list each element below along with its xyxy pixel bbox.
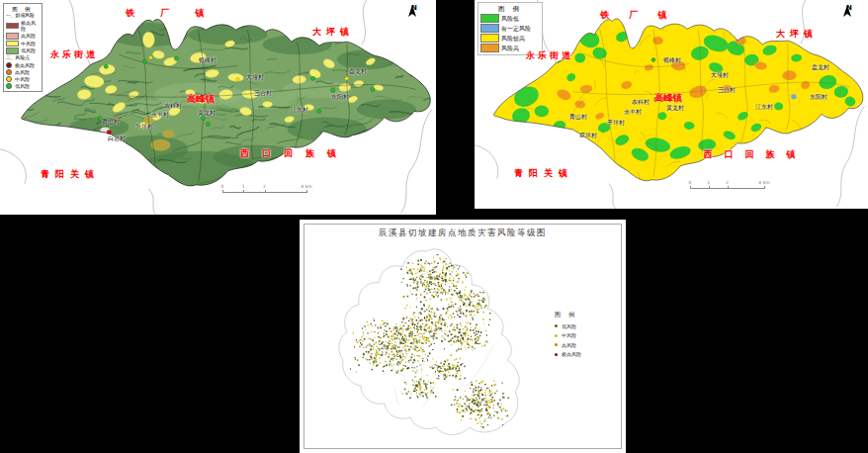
village-label: 升坪村 [135, 123, 153, 132]
village-label: 盘龙村 [349, 67, 367, 76]
town-label: 西口回族镇 [240, 147, 349, 160]
village-label: 东阳村 [331, 93, 349, 102]
legend-item-label: 低风险 [562, 323, 576, 329]
legend-item: 高风险 [555, 342, 581, 348]
scale-tick-label: 4 km [758, 180, 769, 185]
legend-item-label: 低风险 [15, 83, 30, 89]
legend-item-label: 极高风险 [562, 351, 581, 357]
scale-tick [222, 190, 223, 193]
legend-title: 图 例 [480, 5, 540, 13]
village-label: 大垭村 [246, 73, 264, 82]
legend-item: 极高风险 [555, 351, 581, 357]
legend-item-label: 极高风险 [15, 62, 35, 68]
legend-item-label: 风险低 [501, 15, 519, 23]
village-label: 三合村 [254, 89, 272, 98]
center-town-label: 高峰镇 [187, 93, 216, 106]
town-label: 永乐街道 [526, 49, 573, 62]
risk-dot-icon [555, 353, 558, 356]
legend-item-label: 风险较高 [501, 35, 525, 43]
town-label: 大坪镇 [776, 28, 818, 41]
village-label: 青山村 [102, 118, 120, 127]
legend-item-label: 高风险 [562, 342, 576, 348]
legend-item-label: 高风险 [15, 69, 30, 75]
village-label: 双坪村 [579, 132, 597, 140]
legend-item: 中风险 [6, 76, 40, 82]
village-label: 江东村 [755, 103, 773, 112]
risk-dot-icon [6, 76, 12, 82]
scale-tick-label: 2 [726, 180, 729, 185]
legend-item: 中风险 [6, 41, 40, 47]
legend-item-label: 有一定风险 [501, 25, 531, 33]
composite-risk-maps-image: 图 例一、斜坡风险极高风险高风险中风险低风险二、风险点极高风险高风险中风险低风险… [0, 0, 868, 453]
legend-section-title: 二、风险点 [6, 55, 40, 61]
village-label: 大垭村 [711, 71, 729, 80]
north-arrow: N [407, 5, 421, 12]
legend-item: 有一定风险 [480, 24, 540, 33]
scale-tick [709, 186, 710, 189]
legend-item: 低风险 [555, 323, 581, 329]
legend-item-label: 中风险 [562, 332, 576, 338]
risk-dot-icon [6, 62, 12, 68]
legend-item: 极高风险 [6, 62, 40, 68]
scale-tick-label: 2 [263, 184, 266, 189]
village-label: 东阳村 [810, 93, 827, 102]
map2-scale-bar: 0124 km [690, 182, 764, 192]
legend-item-label: 中风险 [15, 76, 30, 82]
legend-item: 中风险 [555, 332, 581, 338]
risk-swatch-icon [6, 33, 19, 40]
village-label: 青山村 [569, 113, 587, 122]
legend-item-label: 风险高 [501, 45, 519, 52]
scale-tick-label: 1 [242, 184, 245, 189]
legend-item: 极高风险 [6, 20, 40, 32]
legend-section-title: 一、斜坡风险 [6, 13, 40, 19]
scale-tick-label: 1 [707, 180, 710, 185]
risk-swatch-icon [6, 23, 19, 30]
scale-tick [265, 190, 266, 193]
village-label: 银峰村 [199, 56, 217, 65]
town-label: 青阳关镇 [514, 167, 573, 180]
village-label: 农科村 [164, 102, 182, 111]
town-label: 大坪镇 [312, 26, 354, 39]
building-points-risk-map-panel: 辰溪县切坡建房点地质灾害风险等级图 图 例低风险中风险高风险极高风险 [300, 220, 626, 453]
legend-item-label: 中风险 [21, 41, 36, 46]
legend-item: 低风险 [6, 83, 40, 89]
town-label: 西口回族镇 [704, 148, 808, 161]
village-label: 黄龙村 [198, 109, 216, 118]
scale-tick-label: 0 [689, 180, 692, 185]
map1-scale-bar: 0124 km [222, 186, 306, 196]
north-arrow: N [842, 5, 856, 12]
slope-risk-map-panel: 图 例一、斜坡风险极高风险高风险中风险低风险二、风险点极高风险高风险中风险低风险… [0, 0, 436, 215]
map3-legend: 图 例低风险中风险高风险极高风险 [555, 311, 581, 361]
legend-title: 图 例 [6, 6, 40, 12]
legend-item: 风险较高 [480, 34, 540, 43]
town-label: 铁厂镇 [601, 9, 687, 22]
map3-title: 辰溪县切坡建房点地质灾害风险等级图 [379, 227, 547, 239]
risk-dot-icon [555, 334, 558, 337]
village-label: 农科村 [632, 98, 650, 107]
town-label: 青阳关镇 [41, 168, 100, 181]
legend-item-label: 极高风险 [21, 20, 40, 32]
village-label: 黄龙村 [666, 104, 684, 113]
legend-title: 图 例 [555, 311, 581, 319]
risk-dot-icon [555, 324, 558, 327]
scale-tick [728, 186, 729, 189]
village-label: 江东村 [291, 106, 308, 115]
scale-tick [243, 190, 244, 193]
legend-item: 低风险 [6, 47, 40, 54]
town-label: 铁厂镇 [127, 7, 230, 20]
legend-item: 高风险 [6, 69, 40, 75]
zoning-risk-map-panel: 图 例风险低有一定风险风险较高风险高 N 0124 km 铁厂镇大坪镇永乐街道青… [475, 0, 868, 209]
risk-swatch-icon [480, 14, 499, 23]
risk-swatch-icon [480, 34, 499, 43]
risk-dot-icon [6, 83, 12, 89]
scale-tick [306, 190, 307, 193]
slope-risk-map-graphic [0, 0, 436, 215]
village-label: 开坪村 [607, 119, 625, 128]
village-label: 永丰村 [624, 108, 642, 117]
village-label: 白岩村 [108, 135, 126, 143]
village-label: 永丰村 [151, 111, 169, 120]
risk-dot-icon [555, 343, 558, 346]
legend-item-label: 高风险 [21, 33, 36, 39]
north-arrow-icon [407, 5, 417, 18]
village-label: 银峰村 [663, 56, 681, 65]
